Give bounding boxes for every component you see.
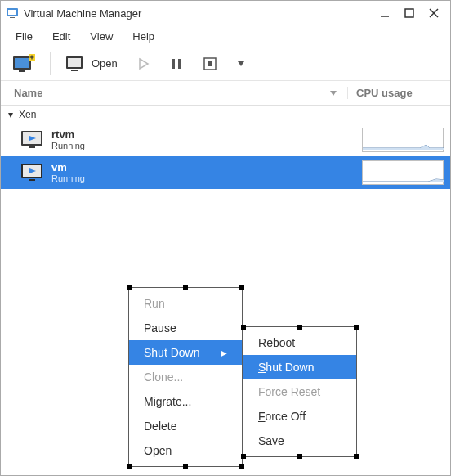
- submenu-force-reset: Force Reset: [243, 379, 356, 404]
- svg-rect-26: [29, 146, 35, 148]
- svg-marker-16: [140, 59, 148, 69]
- vm-name: rtvm: [51, 128, 362, 141]
- header-name-label: Name: [14, 87, 42, 99]
- svg-rect-2: [10, 17, 15, 18]
- submenu-reboot[interactable]: Reboot: [243, 330, 356, 355]
- svg-rect-9: [19, 70, 25, 72]
- toolbar-separator: [50, 52, 51, 75]
- menu-pause[interactable]: Pause: [129, 316, 242, 340]
- cpu-usage-chart: [362, 128, 444, 152]
- svg-marker-21: [238, 61, 244, 66]
- close-button[interactable]: [429, 8, 439, 18]
- menu-delete[interactable]: Delete: [129, 414, 242, 438]
- vm-row[interactable]: rtvm Running: [1, 123, 450, 156]
- menu-shutdown[interactable]: Shut Down▶: [129, 340, 242, 365]
- vm-context-menu: Run Pause Shut Down▶ Clone... Migrate...…: [128, 287, 243, 467]
- app-window: Virtual Machine Manager File Edit View H…: [0, 0, 451, 476]
- menu-help[interactable]: Help: [123, 27, 164, 46]
- svg-rect-15: [71, 70, 78, 71]
- menu-edit[interactable]: Edit: [42, 27, 80, 46]
- window-title: Virtual Machine Manager: [24, 7, 380, 20]
- play-button[interactable]: [132, 54, 155, 74]
- cpu-usage-chart: [362, 160, 444, 185]
- connection-row[interactable]: ▾ Xen: [1, 106, 450, 123]
- submenu-arrow-icon: ▶: [221, 348, 227, 357]
- connection-label: Xen: [19, 109, 36, 120]
- vm-monitor-icon: [20, 129, 45, 150]
- shutdown-submenu: Reboot Shut Down Force Reset Force Off S…: [243, 326, 357, 457]
- shutdown-menu-arrow[interactable]: [232, 56, 250, 71]
- submenu-shutdown[interactable]: Shut Down: [243, 355, 356, 379]
- menu-open[interactable]: Open: [129, 438, 242, 463]
- titlebar: Virtual Machine Manager: [1, 1, 450, 25]
- svg-rect-4: [405, 9, 413, 17]
- vm-monitor-icon: [20, 162, 45, 183]
- vm-status: Running: [51, 141, 362, 151]
- menu-run: Run: [129, 291, 242, 316]
- header-cpu[interactable]: CPU usage: [347, 87, 437, 99]
- header-cpu-label: CPU usage: [356, 87, 413, 99]
- expander-icon[interactable]: ▾: [6, 109, 16, 120]
- svg-rect-17: [172, 59, 175, 69]
- svg-marker-32: [363, 179, 444, 182]
- svg-rect-31: [29, 179, 35, 181]
- svg-rect-1: [8, 10, 16, 15]
- pause-button[interactable]: [165, 54, 188, 74]
- app-icon: [6, 7, 19, 20]
- menubar: File Edit View Help: [1, 25, 450, 47]
- menu-clone: Clone...: [129, 365, 242, 389]
- minimize-button[interactable]: [380, 8, 390, 18]
- svg-rect-18: [178, 59, 181, 69]
- svg-marker-27: [363, 145, 444, 150]
- vm-status: Running: [51, 173, 362, 184]
- menu-migrate[interactable]: Migrate...: [129, 389, 242, 414]
- maximize-button[interactable]: [404, 8, 414, 18]
- svg-rect-14: [68, 58, 81, 67]
- new-vm-button[interactable]: [7, 51, 40, 77]
- open-button-label: Open: [92, 57, 118, 70]
- toolbar: Open: [1, 47, 450, 81]
- svg-rect-8: [15, 58, 29, 68]
- submenu-force-off[interactable]: Force Off: [243, 404, 356, 429]
- svg-marker-22: [330, 91, 337, 96]
- sort-indicator-icon: [329, 89, 337, 97]
- menu-file[interactable]: File: [6, 27, 42, 46]
- submenu-save[interactable]: Save: [243, 429, 356, 453]
- menu-view[interactable]: View: [80, 27, 123, 46]
- svg-rect-20: [208, 61, 212, 66]
- shutdown-button[interactable]: [198, 53, 222, 74]
- column-headers: Name CPU usage: [1, 81, 450, 106]
- vm-tree: ▾ Xen rtvm Running: [1, 106, 450, 475]
- open-button[interactable]: Open: [60, 52, 123, 76]
- header-name[interactable]: Name: [14, 87, 347, 99]
- vm-row[interactable]: vm Running: [1, 156, 450, 189]
- vm-name: vm: [51, 161, 362, 174]
